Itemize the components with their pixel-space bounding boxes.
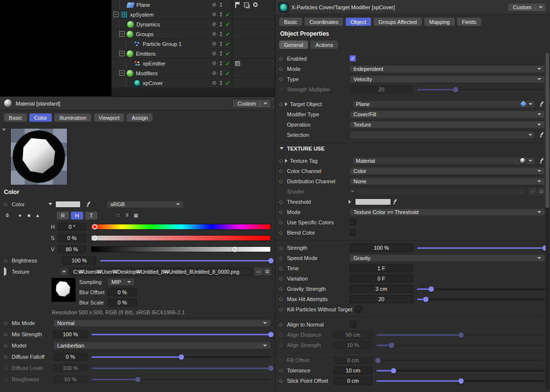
visibility-toggle-icon[interactable]: ⊘ [210, 21, 218, 27]
dropdown-type[interactable]: Velocity [350, 75, 545, 83]
dropdown-speed-mode[interactable]: Gravity [350, 254, 545, 262]
collapse-arrows-icon[interactable] [4, 213, 11, 218]
slider-knob[interactable] [391, 368, 396, 373]
field-tolerance[interactable]: 10 cm [333, 367, 373, 374]
tab-mapping[interactable]: Mapping [424, 18, 455, 26]
editor-render-dots[interactable] [218, 50, 224, 57]
link-field-texture-tag[interactable]: Material [352, 157, 535, 165]
value-value-field[interactable]: 80 % [58, 245, 86, 253]
enabled-check-icon[interactable]: ✓ [224, 80, 232, 87]
browse-button[interactable]: ▭ [529, 188, 536, 195]
scrollbar-thumb[interactable] [546, 53, 549, 208]
channel-t-button[interactable]: T [85, 212, 97, 219]
model-dropdown[interactable]: Lambertian [53, 342, 271, 349]
checkbox-use-specific-colors[interactable] [350, 219, 356, 225]
eyedropper-icon[interactable] [538, 157, 545, 164]
tab-assign[interactable]: Assign [127, 113, 153, 122]
slider-gravity-strength[interactable] [417, 285, 545, 293]
mix-strength-slider[interactable] [91, 330, 271, 338]
slider-knob[interactable] [428, 286, 434, 292]
tree-row-plane[interactable]: Plane⊘ [111, 0, 275, 10]
visibility-toggle-icon[interactable]: ⊘ [210, 11, 218, 18]
mixer-icon[interactable]: ▦ [132, 213, 140, 218]
field-time[interactable]: 1 F [350, 264, 413, 272]
field-align-distance[interactable]: 50 cm [333, 331, 373, 339]
preview-button[interactable]: ▤ [538, 188, 545, 195]
texture-shader-menu-button[interactable] [60, 268, 68, 276]
value-gradient-slider[interactable] [91, 246, 271, 252]
brightness-field[interactable]: 100 % [62, 257, 96, 264]
slider-tolerance[interactable] [376, 367, 545, 374]
slider-knob[interactable] [178, 354, 184, 360]
swatches-icon[interactable]: ∷ [114, 213, 123, 218]
dropdown-operation[interactable]: Texture [350, 121, 545, 129]
diffuse-falloff-slider[interactable] [91, 353, 271, 361]
slider-knob[interactable] [458, 332, 463, 338]
slider-ring[interactable] [232, 246, 237, 252]
visibility-toggle-icon[interactable]: ⊘ [210, 41, 218, 47]
link-field-target-object[interactable]: Plane [352, 100, 535, 108]
enabled-check-icon[interactable]: ✓ [224, 31, 232, 38]
color-square-icon[interactable]: ■ [24, 213, 33, 218]
color-wheel-icon[interactable]: ● [16, 213, 24, 218]
chevron-down-icon[interactable] [48, 203, 52, 205]
tree-row-dynamics[interactable]: Dynamics⊘✓ [111, 20, 275, 29]
checkbox-align-to-normal[interactable] [350, 321, 356, 327]
visibility-toggle-icon[interactable]: ⊘ [210, 70, 218, 76]
tree-row-groups[interactable]: −Groups⊘✓ [111, 29, 275, 39]
hex-icon[interactable]: # [123, 213, 132, 218]
dropdown-distribution-channel[interactable]: None [350, 177, 545, 185]
texture-thumbnail[interactable] [52, 278, 75, 302]
color-swatch[interactable] [55, 201, 81, 208]
display-dot-icon[interactable] [253, 2, 258, 7]
tree-row-xpcover[interactable]: xpCover⊘✓ [111, 78, 275, 88]
slider-max-hit-attempts[interactable] [417, 295, 545, 303]
slider-ring[interactable] [92, 224, 98, 229]
custom-preset-button[interactable]: Custom [507, 3, 546, 12]
tab-object[interactable]: Object [346, 18, 371, 26]
scrollbar[interactable] [546, 53, 549, 390]
section-header-texture-use[interactable]: TEXTURE USE [275, 142, 545, 154]
saturation-gradient-slider[interactable] [91, 235, 271, 241]
visibility-toggle-icon[interactable]: ⊘ [210, 31, 218, 37]
channel-h-button[interactable]: H [71, 212, 83, 219]
slider-strength-multiplier[interactable] [417, 86, 545, 93]
dropdown-mode[interactable]: Independent [350, 65, 545, 73]
tab-general[interactable]: General [279, 41, 308, 49]
slider-align-distance[interactable] [376, 331, 545, 339]
expander-icon[interactable] [285, 102, 287, 106]
enabled-check-icon[interactable]: ✓ [224, 50, 232, 57]
field-stick-point-offset[interactable]: 0 cm [333, 377, 373, 385]
flag-icon[interactable] [235, 2, 240, 8]
material-preview-sphere[interactable] [11, 129, 67, 185]
enabled-check-icon[interactable]: ✓ [224, 41, 232, 47]
tab-coordinates[interactable]: Coordinates [305, 18, 343, 26]
expander-icon[interactable] [349, 200, 351, 204]
checkbox-kill-particles-without-target[interactable] [355, 306, 362, 312]
expander-icon[interactable] [4, 267, 6, 276]
slider-stick-point-offset[interactable] [376, 377, 545, 385]
field-variation[interactable]: 0 F [350, 275, 413, 283]
channel-r-button[interactable]: R [57, 212, 69, 219]
dropdown-mode[interactable]: Texture Color >= Threshold [350, 208, 545, 216]
threshold-color-swatch[interactable] [355, 198, 391, 205]
visibility-toggle-icon[interactable]: ⊘ [210, 50, 218, 57]
expander-minus-icon[interactable]: − [119, 51, 125, 56]
visibility-toggle-icon[interactable]: ⊘ [210, 1, 218, 8]
editor-render-dots[interactable] [218, 70, 224, 76]
editor-render-dots[interactable] [218, 80, 224, 86]
slider-knob[interactable] [389, 343, 395, 348]
tree-row-xpsystem[interactable]: −xpSystem⊘✓ [111, 10, 275, 20]
expander-icon[interactable] [285, 159, 287, 163]
tab-fields[interactable]: Fields [457, 18, 481, 26]
eyedropper-icon[interactable] [391, 198, 398, 205]
enabled-check-icon[interactable]: ✓ [224, 11, 232, 18]
slider-fill-offset[interactable] [376, 356, 545, 364]
editor-render-dots[interactable] [218, 41, 224, 47]
expander-minus-icon[interactable]: − [119, 70, 125, 76]
editor-render-dots[interactable] [218, 1, 224, 8]
enabled-check-icon[interactable]: ✓ [224, 21, 232, 28]
link-field-selection[interactable] [350, 131, 535, 139]
diffuse-falloff-field[interactable]: 0 % [53, 353, 88, 361]
visibility-toggle-icon[interactable]: ⊘ [210, 60, 218, 66]
